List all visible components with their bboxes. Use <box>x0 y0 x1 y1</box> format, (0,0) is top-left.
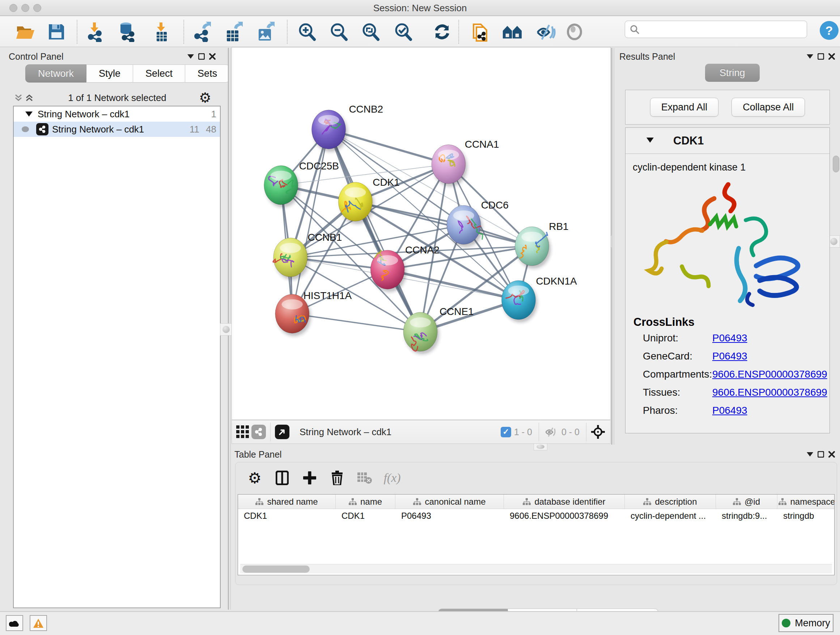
column-header[interactable]: database identifier <box>504 494 625 509</box>
first-neighbors-button[interactable] <box>502 21 523 42</box>
toolbar-separator <box>183 20 184 44</box>
table-toolbar: ⚙ f(x) <box>235 462 837 494</box>
table-cell[interactable]: CDK1 <box>336 509 395 524</box>
column-header[interactable]: @id <box>716 494 777 509</box>
results-panel-menu-icon[interactable] <box>805 51 815 62</box>
expand-all-networks-icon[interactable] <box>24 92 35 103</box>
network-share-icon[interactable] <box>251 424 267 440</box>
tab-sets[interactable]: Sets <box>185 65 230 82</box>
network-edge[interactable] <box>328 130 420 332</box>
table-panel-close-icon[interactable] <box>826 449 837 460</box>
grid-view-icon[interactable] <box>235 424 251 440</box>
table-settings-gear-icon[interactable]: ⚙ <box>246 470 263 486</box>
selected-items-checkbox[interactable]: ✓ <box>501 427 511 437</box>
hidden-items-eye-slash-icon[interactable] <box>543 424 559 440</box>
network-node[interactable] <box>515 226 551 269</box>
network-node[interactable] <box>502 280 538 323</box>
column-header[interactable]: description <box>625 494 716 509</box>
function-builder-icon[interactable]: f(x) <box>384 470 401 486</box>
tab-network[interactable]: Network <box>25 65 87 82</box>
protein-header-row[interactable]: CDK1 <box>625 128 829 154</box>
control-panel-menu-icon[interactable] <box>185 51 196 62</box>
results-panel-float-icon[interactable] <box>815 51 826 62</box>
column-header[interactable]: shared name <box>238 494 336 509</box>
warnings-button[interactable] <box>30 615 47 631</box>
scrollbar-thumb[interactable] <box>242 565 309 573</box>
protein-collapse-icon[interactable] <box>646 138 654 144</box>
cloud-status-button[interactable] <box>6 615 23 631</box>
network-node[interactable] <box>264 165 300 207</box>
network-node[interactable] <box>338 182 374 224</box>
delete-table-icon[interactable] <box>356 470 373 486</box>
search-input[interactable] <box>643 24 802 35</box>
network-node[interactable] <box>403 312 439 355</box>
export-network-button[interactable] <box>192 21 212 42</box>
network-options-gear-icon[interactable]: ⚙ <box>200 92 210 103</box>
crosslink-link[interactable]: 9606.ENSP00000378699 <box>712 369 827 380</box>
column-header[interactable]: name <box>336 494 395 509</box>
network-graph[interactable]: CCNB2CCNA1CDC25BCDK1CDC6RB1CCNB1CCNA2CDK… <box>232 48 610 420</box>
table-cell[interactable]: stringdb:9... <box>716 509 777 524</box>
table-cell[interactable]: P06493 <box>395 509 504 524</box>
control-panel-float-icon[interactable] <box>196 51 207 62</box>
network-node[interactable] <box>431 144 467 187</box>
column-header[interactable]: namespace <box>777 494 835 509</box>
results-panel-close-icon[interactable] <box>826 51 837 62</box>
network-edge[interactable] <box>292 130 329 314</box>
delete-column-trash-icon[interactable] <box>329 470 346 486</box>
zoom-in-button[interactable] <box>297 21 317 42</box>
import-table-file-button[interactable] <box>151 21 172 42</box>
table-horizontal-scrollbar[interactable] <box>240 564 832 573</box>
table-panel-menu-icon[interactable] <box>805 449 815 460</box>
table-cell[interactable]: 9606.ENSP00000378699 <box>504 509 625 524</box>
crosslink-link[interactable]: 9606.ENSP00000378699 <box>712 386 827 398</box>
zoom-fit-button[interactable] <box>360 21 381 42</box>
show-all-button[interactable] <box>564 21 584 42</box>
column-header-label: description <box>655 497 697 507</box>
tab-select[interactable]: Select <box>133 65 185 82</box>
zoom-selected-button[interactable] <box>393 21 413 42</box>
import-network-file-button[interactable] <box>85 21 105 42</box>
table-cell[interactable]: stringdb <box>777 509 835 524</box>
tab-style[interactable]: Style <box>87 65 133 82</box>
control-panel-close-icon[interactable] <box>207 51 218 62</box>
tab-string[interactable]: String <box>705 64 760 82</box>
save-session-button[interactable] <box>46 21 66 42</box>
crosslink-link[interactable]: P06493 <box>712 350 747 362</box>
export-table-button[interactable] <box>224 21 244 42</box>
right-splitter[interactable] <box>611 48 614 445</box>
collapse-all-networks-icon[interactable] <box>13 92 24 103</box>
zoom-out-button[interactable] <box>328 21 349 42</box>
fit-selected-crosshair-icon[interactable] <box>590 424 606 440</box>
refresh-button[interactable] <box>432 21 452 42</box>
network-node[interactable] <box>447 205 483 247</box>
export-image-button[interactable] <box>256 21 276 42</box>
column-header[interactable]: canonical name <box>395 494 504 509</box>
birds-eye-view-icon[interactable] <box>274 424 290 440</box>
left-splitter-handle[interactable] <box>220 323 232 336</box>
new-network-from-selection-button[interactable] <box>471 21 491 42</box>
crosslink-link[interactable]: P06493 <box>712 405 747 416</box>
open-session-button[interactable] <box>15 21 35 42</box>
network-collection-row[interactable]: String Network – cdk1 1 <box>14 106 220 122</box>
collection-count: 1 <box>211 109 216 120</box>
show-columns-icon[interactable] <box>274 470 291 486</box>
table-cell[interactable]: CDK1 <box>238 509 336 524</box>
network-edge[interactable] <box>292 314 420 332</box>
network-node[interactable] <box>312 110 347 152</box>
table-cell[interactable]: cyclin-dependent ... <box>625 509 716 524</box>
help-button[interactable]: ? <box>820 21 838 40</box>
hide-selected-button[interactable] <box>535 21 556 42</box>
network-canvas[interactable]: CCNB2CCNA1CDC25BCDK1CDC6RB1CCNB1CCNA2CDK… <box>232 47 611 420</box>
expand-all-button[interactable]: Expand All <box>650 98 719 117</box>
crosslink-link[interactable]: P06493 <box>712 333 747 344</box>
import-network-database-button[interactable] <box>117 21 137 42</box>
results-scrollbar-thumb[interactable] <box>833 156 839 172</box>
collapse-all-button[interactable]: Collapse All <box>731 98 805 117</box>
memory-button[interactable]: Memory <box>778 614 834 632</box>
table-panel-float-icon[interactable] <box>815 449 826 460</box>
table-row[interactable]: CDK1CDK1P064939606.ENSP00000378699cyclin… <box>238 509 834 524</box>
add-column-icon[interactable] <box>302 470 318 486</box>
network-row-selected[interactable]: String Network – cdk1 11 48 <box>14 122 220 137</box>
network-node[interactable] <box>273 238 309 280</box>
